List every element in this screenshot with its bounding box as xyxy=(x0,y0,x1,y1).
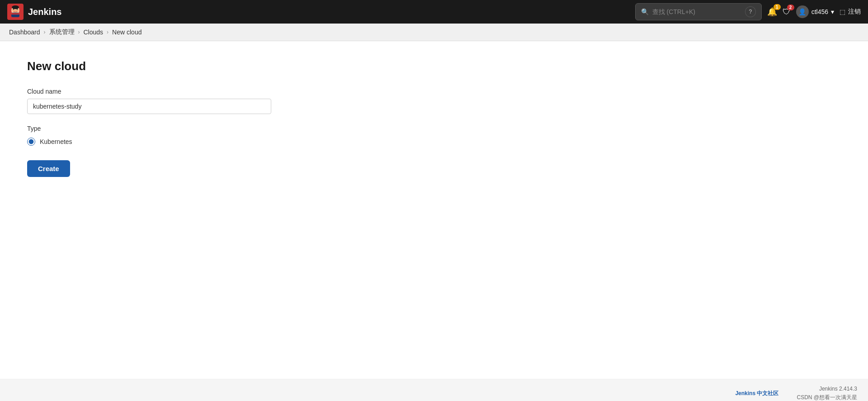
main-content: New cloud Cloud name Type Kubernetes Cre… xyxy=(0,41,868,379)
main-header: Jenkins 🔍 ? 🔔 1 🛡 2 👤 ctl456 ▾ ⬚ 注销 xyxy=(0,0,868,24)
header-icons: 🔔 1 🛡 2 👤 ctl456 ▾ ⬚ 注销 xyxy=(767,5,861,18)
breadcrumb: Dashboard › 系统管理 › Clouds › New cloud xyxy=(0,24,868,41)
type-group: Type Kubernetes xyxy=(27,125,841,146)
search-help-button[interactable]: ? xyxy=(745,6,756,17)
logout-icon: ⬚ xyxy=(840,8,845,15)
cloud-name-input[interactable] xyxy=(27,99,271,114)
breadcrumb-sep-2: › xyxy=(78,29,80,35)
jenkins-icon xyxy=(7,4,24,20)
user-menu-button[interactable]: 👤 ctl456 ▾ xyxy=(796,5,834,18)
security-button[interactable]: 🛡 2 xyxy=(783,7,791,17)
logout-button[interactable]: ⬚ 注销 xyxy=(840,8,861,16)
cloud-name-label: Cloud name xyxy=(27,88,841,95)
breadcrumb-system-management[interactable]: 系统管理 xyxy=(49,28,75,36)
search-container: 🔍 ? xyxy=(635,3,762,20)
version-info: Jenkins 2.414.3 CSDN @想看一次满天星 xyxy=(797,385,857,401)
kubernetes-label: Kubernetes xyxy=(40,138,72,145)
version-line2: CSDN @想看一次满天星 xyxy=(797,393,857,401)
notifications-button[interactable]: 🔔 1 xyxy=(767,7,777,17)
jenkins-logo[interactable]: Jenkins xyxy=(7,4,61,20)
community-link[interactable]: Jenkins 中文社区 xyxy=(735,390,778,397)
breadcrumb-clouds[interactable]: Clouds xyxy=(84,29,104,36)
type-label: Type xyxy=(27,125,841,132)
jenkins-svg-icon xyxy=(9,5,22,18)
notification-badge: 1 xyxy=(774,4,781,10)
page-title: New cloud xyxy=(27,59,841,73)
user-avatar: 👤 xyxy=(796,5,809,18)
search-icon: 🔍 xyxy=(641,8,649,15)
breadcrumb-current: New cloud xyxy=(112,29,142,36)
svg-rect-5 xyxy=(12,5,19,9)
security-badge: 2 xyxy=(787,5,794,10)
search-input[interactable] xyxy=(652,8,741,15)
kubernetes-radio-input[interactable] xyxy=(27,138,35,146)
chevron-down-icon: ▾ xyxy=(831,8,834,15)
cloud-name-group: Cloud name xyxy=(27,88,841,114)
app-name: Jenkins xyxy=(28,7,61,17)
breadcrumb-sep-1: › xyxy=(44,29,46,35)
username-label: ctl456 xyxy=(811,8,828,15)
page-footer: Jenkins 中文社区 Jenkins 2.414.3 CSDN @想看一次满… xyxy=(0,379,868,401)
breadcrumb-dashboard[interactable]: Dashboard xyxy=(9,29,40,36)
kubernetes-radio-option[interactable]: Kubernetes xyxy=(27,138,841,146)
version-line1: Jenkins 2.414.3 xyxy=(797,385,857,393)
create-button[interactable]: Create xyxy=(27,160,70,177)
breadcrumb-sep-3: › xyxy=(107,29,108,35)
svg-rect-6 xyxy=(11,13,19,14)
